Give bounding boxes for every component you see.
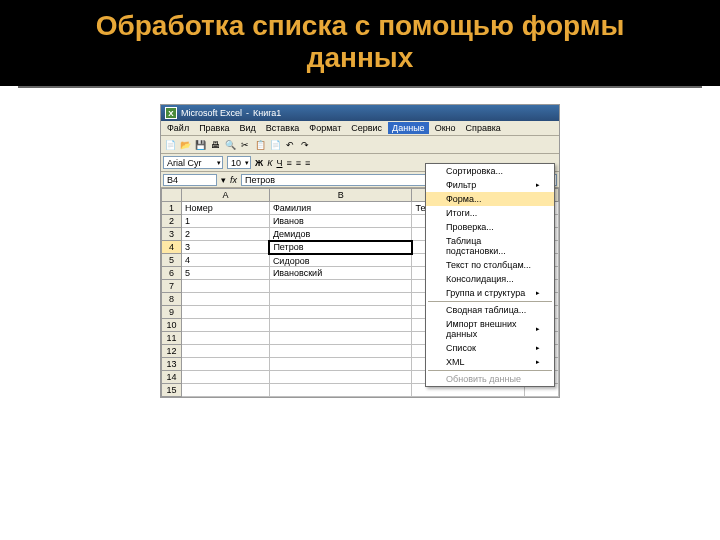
book-name: Книга1: [253, 108, 281, 118]
menu-item[interactable]: Форма...: [426, 192, 554, 206]
name-box[interactable]: B4: [163, 174, 217, 186]
submenu-arrow-icon: ▸: [536, 344, 540, 352]
menu-item[interactable]: Сводная таблица...: [426, 303, 554, 317]
menu-edit[interactable]: Правка: [195, 122, 233, 134]
menu-view[interactable]: Вид: [236, 122, 260, 134]
paste-icon[interactable]: 📄: [268, 138, 282, 152]
menu-item[interactable]: Итоги...: [426, 206, 554, 220]
col-b[interactable]: B: [269, 189, 412, 202]
slide-header: Обработка списка с помощью формы данных: [0, 0, 720, 86]
fx-icon[interactable]: fx: [230, 175, 237, 185]
redo-icon[interactable]: ↷: [298, 138, 312, 152]
excel-window: X Microsoft Excel - Книга1 Файл Правка В…: [160, 104, 560, 398]
menu-file[interactable]: Файл: [163, 122, 193, 134]
titlebar: X Microsoft Excel - Книга1: [161, 105, 559, 121]
align-left-icon[interactable]: ≡: [286, 158, 291, 168]
menubar[interactable]: Файл Правка Вид Вставка Формат Сервис Да…: [161, 121, 559, 136]
title-line2: данных: [307, 42, 414, 73]
menu-item[interactable]: Список▸: [426, 341, 554, 355]
menu-item[interactable]: Группа и структура▸: [426, 286, 554, 300]
menu-item[interactable]: Консолидация...: [426, 272, 554, 286]
divider: [18, 86, 702, 88]
align-right-icon[interactable]: ≡: [305, 158, 310, 168]
font-name-combo[interactable]: Arial Cyr: [163, 156, 223, 169]
menu-item[interactable]: Сортировка...: [426, 164, 554, 178]
menu-item[interactable]: Обновить данные: [426, 372, 554, 386]
align-center-icon[interactable]: ≡: [296, 158, 301, 168]
open-icon[interactable]: 📂: [178, 138, 192, 152]
new-icon[interactable]: 📄: [163, 138, 177, 152]
submenu-arrow-icon: ▸: [536, 358, 540, 366]
menu-item[interactable]: Таблица подстановки...: [426, 234, 554, 258]
title-line1: Обработка списка с помощью формы: [96, 10, 625, 41]
menu-help[interactable]: Справка: [462, 122, 505, 134]
menu-format[interactable]: Формат: [305, 122, 345, 134]
menu-window[interactable]: Окно: [431, 122, 460, 134]
excel-icon: X: [165, 107, 177, 119]
active-cell[interactable]: Петров: [269, 241, 412, 254]
undo-icon[interactable]: ↶: [283, 138, 297, 152]
menu-data[interactable]: Данные: [388, 122, 429, 134]
select-all[interactable]: [162, 189, 182, 202]
italic-button[interactable]: К: [267, 158, 272, 168]
save-icon[interactable]: 💾: [193, 138, 207, 152]
toolbar-standard: 📄 📂 💾 🖶 🔍 ✂ 📋 📄 ↶ ↷: [161, 136, 559, 154]
app-name: Microsoft Excel: [181, 108, 242, 118]
menu-item[interactable]: XML▸: [426, 355, 554, 369]
menu-item[interactable]: Проверка...: [426, 220, 554, 234]
slide-title: Обработка списка с помощью формы данных: [20, 10, 700, 74]
col-a[interactable]: A: [182, 189, 270, 202]
menu-tools[interactable]: Сервис: [347, 122, 386, 134]
submenu-arrow-icon: ▸: [536, 181, 540, 189]
dropdown-icon[interactable]: ▾: [221, 175, 226, 185]
bold-button[interactable]: Ж: [255, 158, 263, 168]
font-size-combo[interactable]: 10: [227, 156, 251, 169]
submenu-arrow-icon: ▸: [536, 325, 540, 333]
preview-icon[interactable]: 🔍: [223, 138, 237, 152]
menu-item[interactable]: Импорт внешних данных▸: [426, 317, 554, 341]
menu-item[interactable]: Фильтр▸: [426, 178, 554, 192]
print-icon[interactable]: 🖶: [208, 138, 222, 152]
menu-item[interactable]: Текст по столбцам...: [426, 258, 554, 272]
copy-icon[interactable]: 📋: [253, 138, 267, 152]
submenu-arrow-icon: ▸: [536, 289, 540, 297]
menu-insert[interactable]: Вставка: [262, 122, 303, 134]
cut-icon[interactable]: ✂: [238, 138, 252, 152]
underline-button[interactable]: Ч: [276, 158, 282, 168]
data-menu-dropdown: Сортировка...Фильтр▸Форма...Итоги...Пров…: [425, 163, 555, 387]
